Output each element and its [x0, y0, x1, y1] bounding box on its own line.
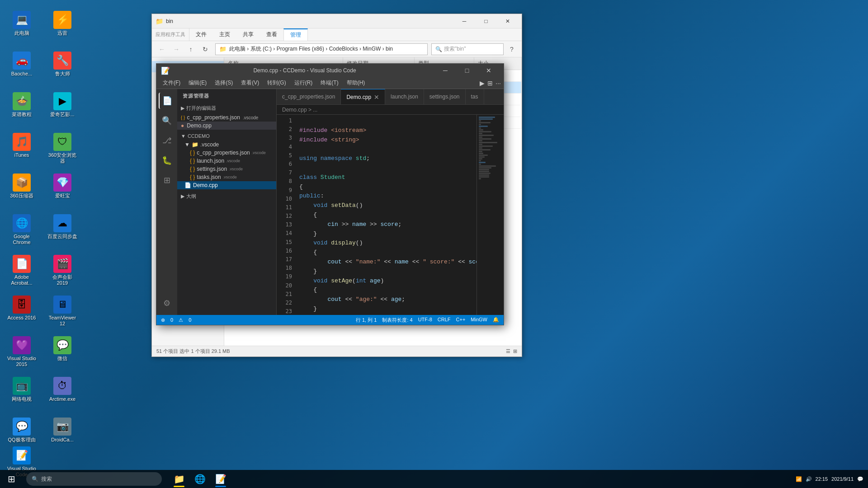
fe-up-button[interactable]: ↑ [184, 43, 197, 56]
vsc-tab-demo[interactable]: Demo.cpp ✕ [341, 89, 385, 104]
vsc-minimize-button[interactable]: ─ [435, 65, 456, 76]
vsc-menu-select[interactable]: 选择(S) [211, 78, 236, 88]
fe-tab-home[interactable]: 主页 [213, 29, 236, 40]
fe-minimize-button[interactable]: ─ [454, 15, 475, 28]
desktop-icon-baochenke[interactable]: 🚗 Baoche... [5, 50, 39, 90]
vsc-outline-toggle[interactable]: ▶ 大纲 [177, 191, 276, 202]
taskbar-app-vscode[interactable]: 📝 [211, 470, 231, 488]
vsc-git-icon[interactable]: ⎇ [159, 132, 175, 149]
vsc-open-file-cprops[interactable]: { } c_cpp_properties.json .vscode [177, 113, 276, 122]
vsc-statusbar-position[interactable]: 行 1, 列 1 [356, 317, 377, 324]
vsc-search-icon[interactable]: 🔍 [159, 113, 175, 129]
desktop-icon-droidcam[interactable]: 📷 DroidCa... [45, 416, 80, 445]
desktop-icon-360browser[interactable]: 🛡 360安全浏览器 [45, 131, 80, 172]
vsc-explorer-icon[interactable]: 📄 [159, 93, 175, 109]
vsc-settings-icon[interactable]: ⚙ [159, 295, 175, 311]
fe-address-bar[interactable]: 📁 此电脑 › 系统 (C:) › Program Files (x86) › … [215, 43, 428, 55]
fe-close-button[interactable]: ✕ [497, 15, 518, 28]
fe-tab-share[interactable]: 共享 [236, 29, 260, 40]
taskbar-time[interactable]: 22:15 [816, 476, 828, 482]
desktop-icon-teamviewer[interactable]: 🖥 TeamViewer 12 [45, 294, 80, 334]
vsc-statusbar-language[interactable]: C++ [456, 317, 466, 324]
desktop-icon-access[interactable]: 🗄 Access 2016 [5, 294, 39, 334]
vsc-project-toggle[interactable]: ▼ CCDEMO [177, 131, 276, 141]
vsc-menu-goto[interactable]: 转到(G) [264, 78, 289, 88]
vsc-tab-tasks[interactable]: tas [466, 89, 484, 104]
vsc-menu-run[interactable]: 运行(R) [291, 78, 316, 88]
fe-forward-button[interactable]: → [170, 43, 183, 56]
vsc-statusbar-tabsize[interactable]: 制表符长度: 4 [382, 317, 412, 324]
desktop-icon-baidupan[interactable]: ☁ 百度云同步盘 [45, 212, 80, 253]
vsc-statusbar-lineending[interactable]: CRLF [438, 317, 451, 324]
taskbar-date[interactable]: 2021/9/11 [831, 476, 854, 482]
vsc-file-cprops[interactable]: { } c_cpp_properties.json .vscode [177, 149, 276, 157]
fe-refresh-button[interactable]: ↻ [199, 43, 212, 56]
vsc-close-button[interactable]: ✕ [478, 65, 499, 76]
fe-tab-view[interactable]: 查看 [260, 29, 283, 40]
taskbar-app-edge[interactable]: 🌐 [190, 470, 210, 488]
taskbar-start-button[interactable]: ⊞ [0, 470, 23, 488]
vsc-file-tasks[interactable]: { } tasks.json .vscode [177, 173, 276, 181]
fe-maximize-button[interactable]: □ [476, 15, 496, 28]
vsc-menu-view[interactable]: 查看(V) [237, 78, 263, 88]
vsc-extensions-icon[interactable]: ⊞ [159, 172, 175, 188]
vsc-tab-demo-label: Demo.cpp [346, 94, 371, 100]
vsc-tab-demo-close[interactable]: ✕ [374, 94, 379, 100]
vsc-tab-launch[interactable]: launch.json [385, 89, 424, 104]
fe-tab-file[interactable]: 文件 [189, 29, 213, 40]
vsc-maximize-button[interactable]: □ [457, 65, 477, 76]
vsc-menu-help[interactable]: 帮助(H) [343, 78, 369, 88]
vsc-vscode-folder[interactable]: ▼ 📁 .vscode [177, 141, 276, 149]
taskbar-search[interactable]: 🔍 搜索 [26, 472, 162, 486]
vsc-statusbar-encoding[interactable]: UTF-8 [418, 317, 432, 324]
taskbar-app-fileexplorer[interactable]: 📁 [169, 470, 189, 488]
desktop-icon-360compress[interactable]: 📦 360压缩器 [5, 172, 39, 212]
desktop-icon-wangluodianshi[interactable]: 📺 网络电视 [5, 375, 39, 416]
desktop-icon-heying[interactable]: 🎬 会声会影 2019 [45, 253, 80, 294]
desktop-icon-caipu[interactable]: 🍲 菜谱教程 [5, 90, 39, 131]
fe-tab-manage[interactable]: 管理 [283, 28, 308, 41]
fe-view-list-icon[interactable]: ☰ [506, 348, 510, 354]
vsc-menu-file[interactable]: 文件(F) [159, 78, 184, 88]
fe-help-button[interactable]: ? [505, 43, 518, 56]
vsc-code-content[interactable]: #include <iostream> #include <string> us… [296, 115, 476, 315]
desktop-icon-arctime[interactable]: ⏱ Arctime.exe [45, 375, 80, 416]
vsc-file-demo[interactable]: 📄 Demo.cpp [177, 181, 276, 189]
vsc-open-editors-toggle[interactable]: ▶ 打开的编辑器 [177, 103, 276, 113]
vsc-launch-label: launch.json [197, 158, 224, 164]
vsc-titlebar: 📝 Demo.cpp - CCDemo - Visual Studio Code… [156, 64, 504, 77]
desktop-icon-xunjian[interactable]: ⚡ 迅雷 [45, 9, 80, 50]
fe-back-button[interactable]: ← [156, 43, 168, 56]
desktop-icon-ludan[interactable]: 🔧 鲁大师 [45, 50, 80, 90]
vsc-tabs: c_cpp_properties.json Demo.cpp ✕ launch.… [277, 89, 504, 105]
vsc-menu-edit[interactable]: 编辑(E) [185, 78, 210, 88]
desktop-icon-diannao[interactable]: 💻 此电脑 [5, 9, 39, 50]
vsc-statusbar-compiler[interactable]: MinGW [471, 317, 487, 324]
vsc-open-file-demo[interactable]: ● Demo.cpp [177, 122, 276, 130]
vsc-menu-terminal[interactable]: 终端(T) [317, 78, 342, 88]
taskbar-apps: 📁 🌐 📝 [169, 470, 231, 488]
vsc-file-ext-label: .vscode [243, 115, 258, 120]
vsc-split-icon[interactable]: ⊞ [487, 80, 493, 87]
desktop-icon-wechat[interactable]: 💬 微信 [45, 334, 80, 375]
fe-toolbar: ← → ↑ ↻ 📁 此电脑 › 系统 (C:) › Program Files … [152, 41, 522, 57]
desktop-icon-itunes[interactable]: 🎵 iTunes [5, 131, 39, 172]
vsc-tab-settings[interactable]: settings.json [424, 89, 466, 104]
desktop-icon-visual2015[interactable]: 💜 Visual Studio 2015 [5, 334, 39, 375]
desktop-icon-googlechrome[interactable]: 🌐 Google Chrome [5, 212, 39, 253]
vsc-file-launch[interactable]: { } launch.json .vscode [177, 157, 276, 165]
vsc-tab-cprops[interactable]: c_cpp_properties.json [277, 89, 341, 104]
vsc-file-settings[interactable]: { } settings.json .vscode [177, 165, 276, 173]
vsc-run-icon[interactable]: ▶ [480, 80, 485, 87]
fe-search-bar[interactable]: 🔍 搜索"bin" [431, 43, 504, 55]
desktop-icon-aiqiyi[interactable]: ▶ 爱奇艺影... [45, 90, 80, 131]
vsc-sidebar-header: 资源管理器 [177, 89, 276, 103]
desktop-icon-wangbao[interactable]: 💎 爱旺宝 [45, 172, 80, 212]
taskbar-notification-icon[interactable]: 💬 [857, 476, 863, 482]
desktop-icon-adobe[interactable]: 📄 Adobe Acrobat... [5, 253, 39, 294]
vsc-more-icon[interactable]: ··· [495, 80, 501, 87]
vsc-debug-icon[interactable]: 🐛 [159, 152, 175, 169]
vsc-line-numbers: 12345678910 11121314151617181920 2122232… [277, 115, 296, 315]
desktop-icon-qqjike[interactable]: 💬 QQ极客理由 [5, 416, 39, 445]
fe-view-grid-icon[interactable]: ⊞ [513, 348, 517, 354]
